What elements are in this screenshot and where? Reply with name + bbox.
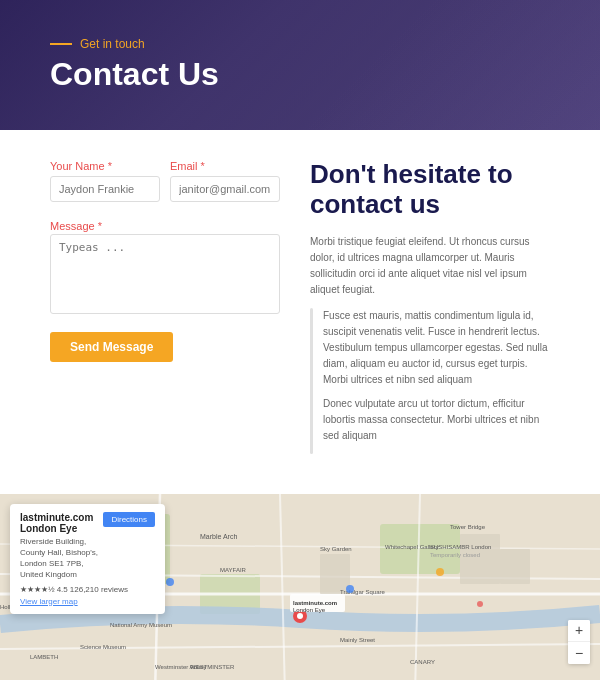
- contact-para3: Donec vulputate arcu ut tortor dictum, e…: [323, 396, 550, 444]
- message-textarea[interactable]: [50, 234, 280, 314]
- map-location-address: Riverside Building, County Hall, Bishop'…: [20, 536, 103, 581]
- name-required: *: [108, 160, 112, 172]
- svg-text:Westminster Abbey: Westminster Abbey: [155, 664, 207, 670]
- svg-text:National Army Museum: National Army Museum: [110, 622, 172, 628]
- directions-button[interactable]: Directions: [103, 512, 155, 527]
- map-info-box: lastminute.com London Eye Riverside Buil…: [10, 504, 165, 614]
- contact-text-col: Don't hesitate to contact us Morbi trist…: [310, 160, 550, 464]
- svg-text:MAYFAIR: MAYFAIR: [220, 567, 247, 573]
- map-section: Hyde Park Whitechapel Gallery Sky Garden…: [0, 494, 600, 680]
- message-field-group: Message *: [50, 216, 280, 318]
- svg-text:London Eye: London Eye: [293, 607, 326, 613]
- get-in-touch-text: Get in touch: [80, 37, 145, 51]
- svg-point-32: [297, 613, 303, 619]
- svg-text:Science Museum: Science Museum: [80, 644, 126, 650]
- svg-rect-12: [460, 534, 500, 584]
- contact-section: Your Name * Email * Message * Send Messa…: [0, 130, 600, 494]
- svg-text:Marble Arch: Marble Arch: [200, 533, 237, 540]
- svg-text:Sky Garden: Sky Garden: [320, 546, 352, 552]
- svg-text:Tower Bridge: Tower Bridge: [450, 524, 486, 530]
- svg-text:lastminute.com: lastminute.com: [293, 600, 337, 606]
- zoom-out-button[interactable]: −: [568, 642, 590, 664]
- name-field-group: Your Name *: [50, 160, 160, 202]
- contact-heading: Don't hesitate to contact us: [310, 160, 550, 220]
- form-row-name-email: Your Name * Email *: [50, 160, 280, 202]
- hero-section: Get in touch Contact Us: [0, 0, 600, 130]
- view-larger-map-link[interactable]: View larger map: [20, 597, 155, 606]
- name-input[interactable]: [50, 176, 160, 202]
- svg-point-36: [166, 578, 174, 586]
- svg-point-37: [346, 585, 354, 593]
- vertical-divider: [310, 308, 313, 454]
- svg-rect-11: [320, 554, 350, 594]
- svg-text:Mainly Street: Mainly Street: [340, 637, 375, 643]
- contact-para2-3: Fusce est mauris, mattis condimentum lig…: [323, 308, 550, 454]
- star-icon: ★★★★½: [20, 585, 55, 594]
- decorative-line: [50, 43, 72, 45]
- contact-para2: Fusce est mauris, mattis condimentum lig…: [323, 308, 550, 388]
- zoom-in-button[interactable]: +: [568, 620, 590, 642]
- email-input[interactable]: [170, 176, 280, 202]
- email-label: Email *: [170, 160, 280, 172]
- message-label: Message *: [50, 220, 102, 232]
- svg-point-38: [436, 568, 444, 576]
- email-required: *: [201, 160, 205, 172]
- name-label: Your Name *: [50, 160, 160, 172]
- contact-para1: Morbi tristique feugiat eleifend. Ut rho…: [310, 234, 550, 298]
- map-rating: ★★★★½ 4.5 126,210 reviews: [20, 585, 155, 594]
- svg-text:CANARY: CANARY: [410, 659, 435, 665]
- contact-divider-section: Fusce est mauris, mattis condimentum lig…: [310, 308, 550, 454]
- svg-text:SUSHISAMBR London: SUSHISAMBR London: [430, 544, 491, 550]
- email-field-group: Email *: [170, 160, 280, 202]
- map-zoom-controls: + −: [568, 620, 590, 664]
- map-location-title: lastminute.com London Eye: [20, 512, 103, 534]
- contact-form: Your Name * Email * Message * Send Messa…: [50, 160, 280, 464]
- svg-text:Temporarily closed: Temporarily closed: [430, 552, 480, 558]
- send-message-button[interactable]: Send Message: [50, 332, 173, 362]
- svg-rect-13: [500, 549, 530, 584]
- message-required: *: [98, 220, 102, 232]
- svg-point-39: [477, 601, 483, 607]
- svg-text:LAMBETH: LAMBETH: [30, 654, 58, 660]
